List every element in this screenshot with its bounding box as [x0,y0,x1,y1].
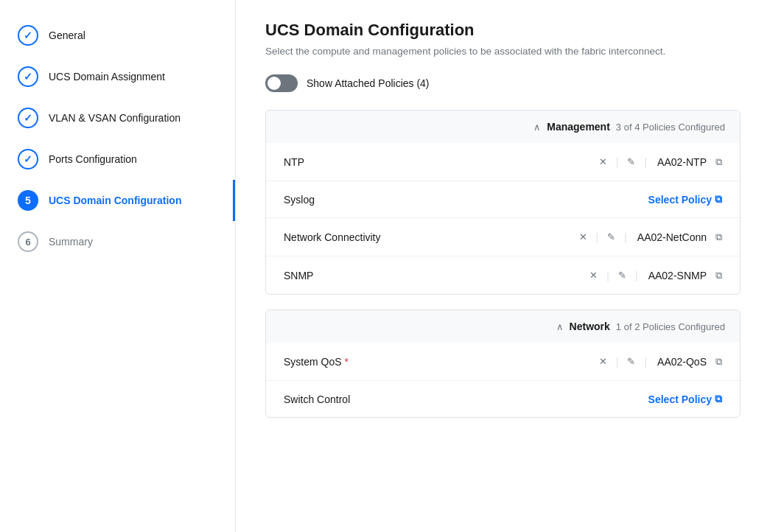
policy-value-network-connectivity: AA02-NetConn [637,231,707,243]
policy-row-ntp: NTP✕|✎|AA02-NTP⧉ [266,143,740,181]
policy-name-network-connectivity: Network Connectivity [284,231,431,243]
section-header-network[interactable]: ∧Network1 of 2 Policies Configured [266,310,740,343]
page-title: UCS Domain Configuration [265,21,741,40]
toggle-label: Show Attached Policies (4) [307,77,430,89]
main-content: UCS Domain Configuration Select the comp… [236,0,770,532]
check-icon: ✓ [24,71,32,83]
section-header-inner-network: ∧Network1 of 2 Policies Configured [556,321,725,332]
edit-icon-ntp[interactable]: ✎ [624,155,638,169]
section-network: ∧Network1 of 2 Policies ConfiguredSystem… [265,309,741,418]
policy-name-syslog: Syslog [284,194,431,206]
completed-icon-ucs-domain-assignment: ✓ [18,66,38,87]
section-subtitle-management: 3 of 4 Policies Configured [616,122,725,133]
sidebar-item-label-ports-configuration: Ports Configuration [49,153,137,165]
select-policy-label-syslog: Select Policy [648,194,712,206]
separator-1-ntp: | [616,156,619,168]
completed-icon-vlan-vsan-configuration: ✓ [18,108,38,128]
policy-row-system-qos: System QoS *✕|✎|AA02-QoS⧉ [266,343,740,381]
select-policy-copy-icon-switch-control: ⧉ [715,393,722,405]
policy-row-switch-control: Switch ControlSelect Policy⧉ [266,381,740,417]
policy-row-network-connectivity: Network Connectivity✕|✎|AA02-NetConn⧉ [266,218,740,256]
chevron-up-icon-network: ∧ [556,321,564,332]
copy-icon-network-connectivity[interactable]: ⧉ [715,231,722,243]
policy-actions-switch-control: Select Policy⧉ [648,393,722,405]
section-subtitle-network: 1 of 2 Policies Configured [616,321,725,332]
policy-name-system-qos: System QoS * [284,356,431,368]
active-step-icon-ucs-domain-configuration: 5 [18,190,38,211]
close-icon-system-qos[interactable]: ✕ [596,354,610,368]
page-subtitle: Select the compute and management polici… [265,46,741,57]
sidebar-item-label-vlan-vsan-configuration: VLAN & VSAN Configuration [49,112,181,124]
separator-1-snmp: | [606,270,609,281]
section-header-inner-management: ∧Management3 of 4 Policies Configured [533,121,725,133]
policy-name-ntp: NTP [284,156,431,168]
policy-value-snmp: AA02-SNMP [648,270,707,281]
policy-actions-syslog: Select Policy⧉ [648,193,722,206]
sidebar-item-ucs-domain-configuration[interactable]: 5UCS Domain Configuration [0,180,235,221]
copy-icon-snmp[interactable]: ⧉ [715,270,722,281]
sidebar-item-general[interactable]: ✓General [0,15,235,56]
check-icon: ✓ [24,112,32,124]
separator-1-system-qos: | [616,356,619,368]
sidebar-item-label-ucs-domain-configuration: UCS Domain Configuration [49,195,181,206]
select-policy-button-switch-control[interactable]: Select Policy⧉ [648,393,722,405]
sidebar-item-ucs-domain-assignment[interactable]: ✓UCS Domain Assignment [0,56,235,97]
close-icon-snmp[interactable]: ✕ [587,268,601,282]
check-icon: ✓ [24,153,32,165]
select-policy-copy-icon-syslog: ⧉ [715,193,722,206]
separator-2-ntp: | [644,156,647,168]
check-icon: ✓ [24,29,32,41]
sidebar-item-summary[interactable]: 6Summary [0,221,235,262]
policy-value-system-qos: AA02-QoS [657,356,707,368]
sidebar-item-ports-configuration[interactable]: ✓Ports Configuration [0,139,235,180]
select-policy-button-syslog[interactable]: Select Policy⧉ [648,193,722,206]
sidebar: ✓General✓UCS Domain Assignment✓VLAN & VS… [0,0,236,532]
completed-icon-general: ✓ [18,25,38,46]
required-indicator: * [344,356,348,368]
close-icon-ntp[interactable]: ✕ [596,155,610,169]
policy-actions-network-connectivity: ✕|✎|AA02-NetConn⧉ [576,230,722,244]
edit-icon-network-connectivity[interactable]: ✎ [604,230,618,244]
chevron-up-icon-management: ∧ [533,122,541,133]
edit-icon-snmp[interactable]: ✎ [615,268,629,282]
policy-row-syslog: SyslogSelect Policy⧉ [266,181,740,218]
section-header-management[interactable]: ∧Management3 of 4 Policies Configured [266,111,740,143]
separator-2-network-connectivity: | [624,231,627,243]
show-attached-toggle[interactable] [265,74,298,92]
sidebar-item-vlan-vsan-configuration[interactable]: ✓VLAN & VSAN Configuration [0,97,235,139]
separator-2-system-qos: | [644,356,647,368]
separator-2-snmp: | [635,270,638,281]
section-management: ∧Management3 of 4 Policies ConfiguredNTP… [265,110,741,295]
toggle-row: Show Attached Policies (4) [265,74,741,92]
copy-icon-system-qos[interactable]: ⧉ [715,356,722,368]
sidebar-item-label-general: General [49,29,85,41]
sidebar-item-label-ucs-domain-assignment: UCS Domain Assignment [49,71,165,83]
policy-actions-system-qos: ✕|✎|AA02-QoS⧉ [596,354,722,368]
select-policy-label-switch-control: Select Policy [648,393,712,405]
sections-container: ∧Management3 of 4 Policies ConfiguredNTP… [265,110,741,418]
policy-actions-snmp: ✕|✎|AA02-SNMP⧉ [587,268,722,282]
copy-icon-ntp[interactable]: ⧉ [715,156,722,168]
section-title-network: Network [570,321,610,332]
policy-row-snmp: SNMP✕|✎|AA02-SNMP⧉ [266,256,740,294]
sidebar-item-label-summary: Summary [49,236,93,248]
edit-icon-system-qos[interactable]: ✎ [624,354,638,368]
completed-icon-ports-configuration: ✓ [18,149,38,169]
policy-actions-ntp: ✕|✎|AA02-NTP⧉ [596,155,722,169]
policy-name-switch-control: Switch Control [284,393,431,405]
section-title-management: Management [547,121,610,133]
policy-value-ntp: AA02-NTP [657,156,707,168]
separator-1-network-connectivity: | [596,231,599,243]
inactive-step-icon-summary: 6 [18,231,38,252]
policy-name-snmp: SNMP [284,270,431,281]
close-icon-network-connectivity[interactable]: ✕ [576,230,590,244]
